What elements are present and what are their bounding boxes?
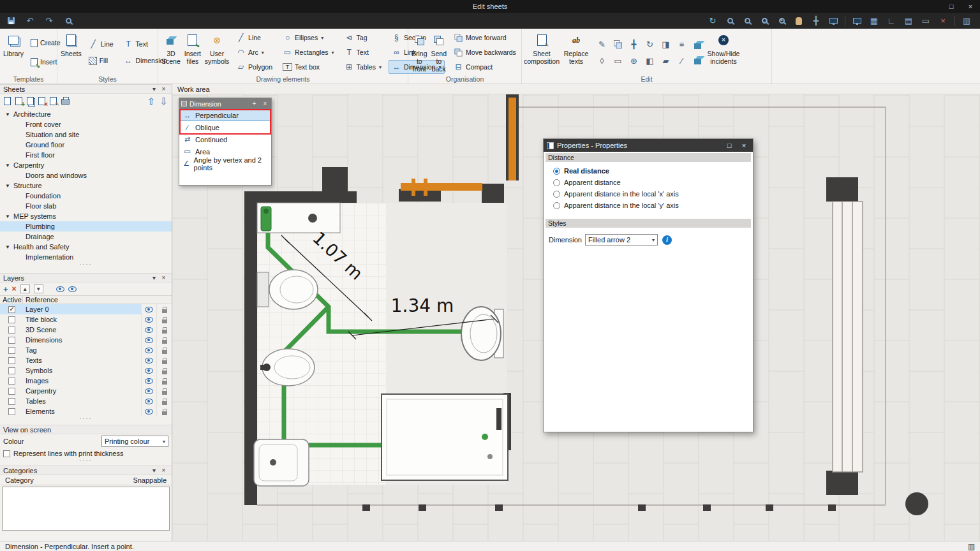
tree-item-first-floor[interactable]: First floor — [0, 150, 172, 160]
visibility-icon[interactable] — [145, 337, 153, 343]
dimension-2-text[interactable]: 1.34 m — [391, 295, 454, 316]
layer-row[interactable]: Title block — [0, 314, 172, 325]
close-icon[interactable]: × — [261, 100, 269, 107]
delete-icon[interactable]: × — [937, 15, 949, 27]
layout-icon[interactable]: ▥ — [968, 542, 975, 551]
fill-style-button[interactable]: Fill — [85, 54, 117, 68]
lock-icon[interactable] — [162, 320, 167, 323]
layer-active-checkbox[interactable] — [8, 357, 15, 364]
lock-icon[interactable] — [162, 391, 167, 395]
close-icon[interactable]: × — [159, 274, 168, 281]
restore-icon[interactable]: □ — [942, 0, 961, 13]
layer-active-checkbox[interactable] — [8, 378, 15, 385]
print-icon[interactable] — [61, 99, 70, 105]
move-forward-button[interactable]: Move forward — [450, 31, 519, 45]
real-distance-option[interactable]: Real distance — [546, 165, 751, 177]
layer-row[interactable]: Dimensions — [0, 335, 172, 345]
offset-icon[interactable]: ≡ — [675, 37, 689, 51]
tree-item-drainage[interactable]: Drainage — [0, 231, 172, 242]
maximize-icon[interactable]: □ — [724, 142, 735, 149]
layer-down-icon[interactable]: ▼ — [34, 284, 43, 293]
visibility-icon[interactable] — [145, 317, 153, 323]
colour-select[interactable]: Printing colour▾ — [101, 436, 168, 447]
visibility-icon[interactable] — [145, 378, 153, 384]
sheets-style-button[interactable]: Sheets — [61, 31, 82, 74]
zoom-in-icon[interactable]: + — [776, 15, 787, 27]
layer-row[interactable]: Images — [0, 376, 172, 386]
layer-active-checkbox[interactable] — [8, 388, 15, 395]
monitor-view-icon[interactable] — [828, 15, 839, 27]
angle-tool[interactable]: ∠Angle by vertex and 2 points — [179, 158, 271, 170]
rotate-icon[interactable]: ↻ — [643, 37, 657, 51]
line-style-button[interactable]: ╱Line — [85, 37, 117, 51]
dimension-toolbar-titlebar[interactable]: Dimension + × — [179, 98, 271, 109]
search-icon[interactable] — [63, 15, 74, 27]
layer-row[interactable]: Layer 0 — [0, 304, 172, 314]
library-button[interactable]: Library — [3, 31, 24, 74]
mirror-icon[interactable]: ◨ — [659, 37, 673, 51]
3d-scene-button[interactable]: 3D Scene — [161, 31, 181, 74]
layer-row[interactable]: Symbols — [0, 365, 172, 376]
toilet-2[interactable] — [461, 307, 503, 360]
comment-icon[interactable]: ▭ — [920, 15, 932, 27]
user-symbols-button[interactable]: ⊛ User symbols — [205, 31, 229, 74]
move-backwards-button[interactable]: Move backwards — [450, 45, 519, 59]
collapse-icon[interactable]: ▾ — [149, 85, 159, 92]
calendar-icon[interactable]: ▤ — [903, 15, 914, 27]
edit-sheet-icon[interactable] — [50, 97, 57, 105]
close-icon[interactable]: × — [159, 467, 168, 474]
new-sheet-icon[interactable] — [4, 97, 11, 105]
tag-button[interactable]: ⊲Tag — [341, 31, 385, 45]
dimension-style-select[interactable]: Filled arrow 2▾ — [585, 234, 658, 246]
layer-active-checkbox[interactable] — [8, 316, 15, 323]
zoom-window-icon[interactable]: □ — [759, 15, 770, 27]
node-edit-icon[interactable]: ⊕ — [627, 54, 641, 68]
move-sheet-down-icon[interactable]: ⇩ — [160, 96, 168, 106]
compact-button[interactable]: ⊟Compact — [450, 60, 519, 74]
drawing-canvas[interactable]: 1.07 m 1.34 m Dimension + × ↔Per — [172, 94, 980, 541]
lock-icon[interactable] — [162, 360, 167, 364]
polygon-button[interactable]: ▱Polygon — [233, 60, 276, 74]
screen-icon[interactable] — [851, 15, 863, 27]
lock-icon[interactable] — [162, 381, 167, 385]
keyboard-icon[interactable]: ▦ — [868, 15, 880, 27]
zoom-previous-icon[interactable] — [724, 15, 736, 27]
sink[interactable] — [257, 203, 340, 233]
eraser-icon[interactable]: ◊ — [595, 54, 609, 68]
lock-icon[interactable] — [162, 340, 167, 344]
refresh-zoom-icon[interactable]: ↻ — [707, 15, 718, 27]
save-icon[interactable] — [5, 15, 17, 27]
shower-tray[interactable] — [382, 394, 508, 480]
layer-active-checkbox[interactable] — [8, 347, 15, 354]
tree-group-health-safety[interactable]: ▼Health and Safety — [0, 242, 172, 252]
lock-icon[interactable] — [162, 401, 167, 405]
bring-to-front-button[interactable]: Bring to front — [412, 31, 427, 74]
layer-active-checkbox[interactable] — [8, 398, 15, 405]
layer-row[interactable]: 3D Scene — [0, 325, 172, 335]
tree-group-carpentry[interactable]: ▼Carpentry — [0, 160, 172, 170]
cube-up-icon[interactable] — [694, 43, 701, 49]
continued-tool[interactable]: ⇄Continued — [179, 133, 271, 145]
delete-layer-icon[interactable]: × — [12, 284, 17, 293]
text-button[interactable]: TText — [341, 45, 385, 59]
tree-item-floor-slab[interactable]: Floor slab — [0, 201, 172, 211]
pan-icon[interactable] — [793, 15, 805, 27]
layer-active-checkbox[interactable] — [8, 327, 15, 334]
toilet[interactable] — [257, 270, 318, 309]
line-button[interactable]: ╱Line — [233, 31, 276, 45]
collapse-icon[interactable]: ▾ — [149, 467, 159, 474]
visibility-icon[interactable] — [145, 358, 153, 364]
collapse-icon[interactable]: ▾ — [149, 274, 159, 281]
ruler-icon[interactable]: ∟ — [886, 15, 897, 27]
categories-list[interactable] — [2, 487, 170, 531]
delete-sheet-icon[interactable] — [38, 97, 45, 105]
layer-active-checkbox[interactable] — [8, 337, 15, 344]
insert-files-button[interactable]: Insert files — [184, 31, 201, 74]
add-layer-icon[interactable]: + — [3, 284, 8, 294]
send-to-back-button[interactable]: Send to back — [431, 31, 447, 74]
knife-icon[interactable]: ∕ — [675, 54, 689, 68]
redo-icon[interactable]: ↷ — [43, 15, 55, 27]
layer-row[interactable]: Tag — [0, 345, 172, 355]
show-all-layers-icon[interactable] — [56, 286, 64, 292]
layer-row[interactable]: Texts — [0, 355, 172, 365]
